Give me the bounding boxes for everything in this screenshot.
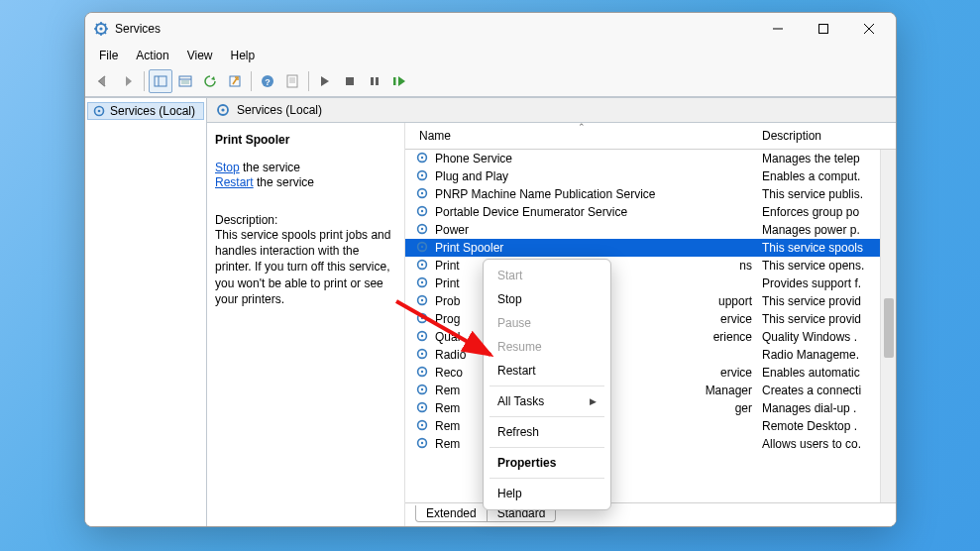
gear-icon (415, 151, 431, 166)
svg-rect-14 (155, 76, 166, 86)
service-row[interactable]: PowerManages power p. (405, 221, 896, 239)
properties-sheet-icon[interactable] (280, 69, 304, 93)
ctx-pause: Pause (484, 311, 610, 335)
menu-action[interactable]: Action (128, 47, 176, 64)
gear-icon (415, 436, 431, 452)
forward-icon[interactable] (116, 69, 140, 93)
titlebar: Services (85, 13, 896, 45)
view-tabs: Extended Standard (405, 502, 896, 526)
svg-point-36 (421, 157, 423, 159)
gear-icon (415, 311, 431, 327)
menu-view[interactable]: View (179, 47, 221, 64)
maximize-button[interactable] (801, 14, 846, 44)
service-row[interactable]: RemRemote Desktop . (405, 417, 896, 435)
service-description: This service provid (758, 312, 896, 326)
gear-icon (415, 222, 431, 238)
ctx-separator (490, 416, 604, 417)
svg-point-58 (421, 353, 423, 355)
detail-title: Print Spooler (215, 133, 396, 147)
svg-point-64 (421, 406, 423, 408)
service-row[interactable]: Portable Device Enumerator ServiceEnforc… (405, 203, 896, 221)
service-row[interactable]: RemManagerCreates a connecti (405, 382, 896, 399)
back-icon[interactable] (91, 69, 115, 93)
start-service-icon[interactable] (313, 69, 337, 93)
ctx-restart[interactable]: Restart (484, 359, 610, 383)
gear-icon (415, 293, 431, 309)
svg-line-7 (105, 33, 106, 34)
ctx-refresh[interactable]: Refresh (484, 420, 610, 444)
service-row[interactable]: Print SpoolerThis service spools (405, 239, 896, 257)
close-button[interactable] (846, 14, 892, 44)
service-row[interactable]: RecoerviceEnables automatic (405, 364, 896, 382)
tree-node-services-local[interactable]: Services (Local) (87, 102, 204, 120)
svg-text:?: ? (265, 77, 271, 87)
service-description: Enables automatic (758, 366, 896, 380)
service-name: Power (435, 223, 758, 237)
properties-icon[interactable] (173, 69, 197, 93)
service-description: Radio Manageme. (758, 348, 896, 362)
export-icon[interactable] (223, 69, 247, 93)
service-description: Manages dial-up . (758, 401, 896, 415)
column-header-description[interactable]: Description (758, 129, 896, 143)
ctx-help[interactable]: Help (484, 482, 610, 505)
toolbar: ? (85, 66, 896, 97)
svg-rect-23 (287, 75, 297, 87)
ctx-all-tasks[interactable]: All Tasks ▶ (484, 389, 610, 413)
service-name: Print Spooler (435, 241, 758, 255)
service-row[interactable]: RadioRadio Manageme. (405, 346, 896, 364)
svg-point-50 (421, 281, 423, 283)
gear-icon (415, 240, 431, 256)
list-body[interactable]: Phone ServiceManages the telepPlug and P… (405, 150, 896, 502)
show-hide-tree-icon[interactable] (149, 69, 172, 93)
tree-pane: Services (Local) (85, 98, 207, 526)
ctx-separator (490, 386, 604, 386)
service-row[interactable]: RemAllows users to co. (405, 435, 896, 453)
service-row[interactable]: Plug and PlayEnables a comput. (405, 167, 896, 185)
stop-service-link[interactable]: Stop (215, 161, 240, 174)
restart-service-icon[interactable] (387, 69, 411, 93)
scrollbar-thumb[interactable] (884, 298, 894, 358)
service-name: Phone Service (435, 152, 758, 165)
restart-service-link[interactable]: Restart (215, 175, 254, 189)
svg-point-1 (99, 27, 102, 30)
gear-icon (415, 365, 431, 381)
ctx-properties[interactable]: Properties (484, 451, 610, 475)
ctx-resume: Resume (484, 335, 610, 359)
service-description: Quality Windows . (758, 330, 896, 344)
description-body: This service spools print jobs and handl… (215, 227, 396, 307)
ctx-start: Start (484, 264, 610, 287)
svg-point-46 (421, 246, 423, 248)
gear-icon (415, 383, 431, 398)
description-heading: Description: (215, 213, 396, 227)
service-row[interactable]: PrintProvides support f. (405, 275, 896, 292)
svg-rect-27 (346, 77, 354, 85)
svg-point-34 (221, 108, 224, 111)
pause-service-icon[interactable] (363, 69, 386, 93)
svg-point-42 (421, 210, 423, 212)
ctx-stop[interactable]: Stop (484, 287, 610, 311)
service-row[interactable]: ProgerviceThis service provid (405, 310, 896, 328)
menu-file[interactable]: File (91, 47, 126, 64)
service-row[interactable]: PNRP Machine Name Publication ServiceThi… (405, 185, 896, 203)
stop-service-icon[interactable] (338, 69, 362, 93)
service-row[interactable]: Phone ServiceManages the telep (405, 150, 896, 167)
service-row[interactable]: PrintnsThis service opens. (405, 257, 896, 275)
menu-help[interactable]: Help (223, 47, 264, 64)
gear-icon (415, 204, 431, 220)
service-row[interactable]: QualerienceQuality Windows . (405, 328, 896, 346)
gear-icon (415, 329, 431, 345)
minimize-button[interactable] (755, 14, 801, 44)
refresh-icon[interactable] (198, 69, 222, 93)
service-description: Manages the telep (758, 152, 896, 165)
vertical-scrollbar[interactable] (880, 150, 896, 502)
svg-rect-11 (819, 25, 828, 34)
svg-line-9 (105, 24, 106, 25)
help-icon[interactable]: ? (256, 69, 279, 93)
gear-icon (415, 168, 431, 184)
service-row[interactable]: ProbupportThis service provid (405, 292, 896, 310)
service-row[interactable]: RemgerManages dial-up . (405, 399, 896, 417)
gear-icon (415, 186, 431, 202)
service-description: Creates a connecti (758, 384, 896, 397)
svg-point-44 (421, 228, 423, 230)
tab-extended[interactable]: Extended (415, 505, 488, 522)
